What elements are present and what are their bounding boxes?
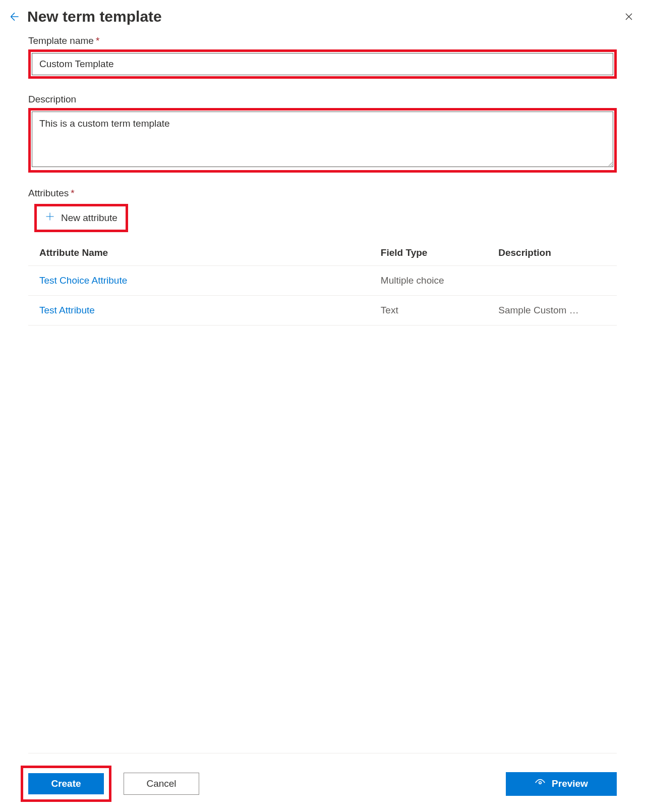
attribute-type-cell: Text xyxy=(370,296,487,326)
plus-icon xyxy=(45,211,55,225)
footer-divider xyxy=(28,753,617,753)
footer-left: Create Cancel xyxy=(28,766,199,802)
table-header-row: Attribute Name Field Type Description xyxy=(28,240,617,266)
footer: Create Cancel Preview xyxy=(0,753,645,802)
cancel-button[interactable]: Cancel xyxy=(124,773,199,795)
preview-button[interactable]: Preview xyxy=(506,772,617,796)
close-icon[interactable] xyxy=(623,11,635,23)
table-row: Test Choice Attribute Multiple choice xyxy=(28,266,617,296)
preview-label: Preview xyxy=(552,778,588,789)
description-input[interactable] xyxy=(32,112,613,167)
template-name-label: Template name* xyxy=(28,35,617,46)
template-name-highlight xyxy=(28,49,617,79)
col-header-name: Attribute Name xyxy=(28,240,370,266)
new-attribute-label: New attribute xyxy=(61,212,118,224)
header-left: New term template xyxy=(8,8,162,25)
col-header-description: Description xyxy=(487,240,617,266)
template-name-group: Template name* xyxy=(28,35,617,79)
svg-point-0 xyxy=(539,781,542,784)
template-name-input[interactable] xyxy=(32,53,613,75)
attribute-type-cell: Multiple choice xyxy=(370,266,487,296)
template-name-label-text: Template name xyxy=(28,35,94,46)
attribute-desc-cell: Sample Custom … xyxy=(487,296,617,326)
eye-icon xyxy=(535,777,546,791)
attribute-desc-cell xyxy=(487,266,617,296)
create-button-highlight: Create xyxy=(21,766,111,802)
table-row: Test Attribute Text Sample Custom … xyxy=(28,296,617,326)
footer-buttons: Create Cancel Preview xyxy=(28,766,617,802)
attribute-name-link[interactable]: Test Choice Attribute xyxy=(39,275,127,286)
attributes-group: Attributes* New attribute Attribute Name… xyxy=(28,188,617,326)
required-asterisk: * xyxy=(71,188,74,198)
new-attribute-button[interactable]: New attribute xyxy=(38,207,125,229)
attribute-name-link[interactable]: Test Attribute xyxy=(39,305,95,315)
attributes-label: Attributes* xyxy=(28,188,617,199)
description-group: Description xyxy=(28,94,617,173)
page-title: New term template xyxy=(27,8,162,25)
col-header-type: Field Type xyxy=(370,240,487,266)
required-asterisk: * xyxy=(96,35,99,46)
description-highlight xyxy=(28,108,617,173)
form-content: Template name* Description Attributes* N… xyxy=(0,35,645,326)
attributes-table: Attribute Name Field Type Description Te… xyxy=(28,240,617,326)
attributes-label-text: Attributes xyxy=(28,188,69,198)
description-label: Description xyxy=(28,94,617,105)
create-button[interactable]: Create xyxy=(28,773,104,794)
new-attribute-highlight: New attribute xyxy=(34,204,128,232)
back-arrow-icon[interactable] xyxy=(8,10,21,23)
page-header: New term template xyxy=(0,0,645,35)
